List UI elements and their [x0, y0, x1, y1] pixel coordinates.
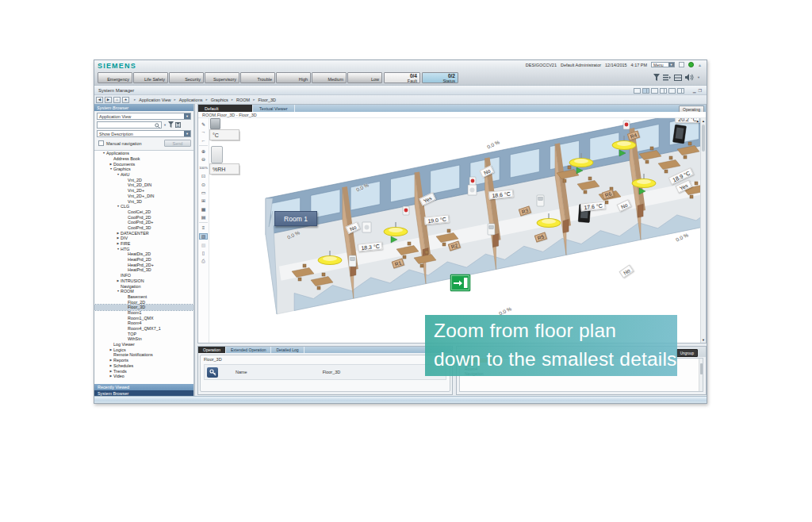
tree-item-intrusion[interactable]: ▶INTRUSION	[94, 278, 193, 284]
tree-item-heatprd-3d[interactable]: HeatPrd_3D	[94, 267, 193, 273]
scrollbar-thumb[interactable]	[702, 125, 705, 152]
back-icon[interactable]: ←	[199, 137, 208, 144]
tree-item-vnt-2d-din[interactable]: Vnt_2D_DIN	[94, 182, 193, 188]
tab-operation[interactable]: Operation	[198, 347, 226, 353]
chevron-down-small-icon[interactable]: ▼	[697, 75, 700, 79]
property-row[interactable]: Name Floor_3D	[204, 364, 446, 380]
nav-back-button[interactable]: ◀	[96, 97, 103, 103]
tree-item-documents[interactable]: ▶Documents	[94, 161, 193, 167]
tree-item-htg[interactable]: ▼HTG	[94, 246, 193, 251]
breadcrumb-item[interactable]: Floor_3D	[258, 98, 276, 102]
temp-unit-legend[interactable]: °C	[209, 129, 239, 140]
zoom-in-icon[interactable]: ⊕	[199, 148, 208, 155]
tree-item-basement[interactable]: Basement	[94, 294, 193, 300]
tree-item-info[interactable]: INFO	[94, 273, 193, 278]
alarm-category-button-high[interactable]: High	[276, 72, 311, 83]
alarm-category-button-life-safety[interactable]: Life Safety	[133, 72, 168, 83]
alarm-category-button-medium[interactable]: Medium	[312, 72, 347, 83]
tree-item-heatprd-2d[interactable]: HeatPrd_2D	[94, 257, 193, 263]
layout-option-icon[interactable]	[642, 88, 649, 94]
breadcrumb-item[interactable]: Applications	[179, 98, 203, 102]
tree-item-room4-qmx7-1[interactable]: Room4_QMX7_1	[94, 326, 193, 332]
search-dropdown-icon[interactable]: ▼	[163, 123, 167, 127]
tree-item-clg[interactable]: ▼CLG	[94, 204, 193, 209]
tree-item-ahu[interactable]: ▼AHU	[94, 172, 193, 178]
tree-item-room1-qmx[interactable]: Room1_QMX	[94, 315, 193, 320]
tree-item-reports[interactable]: ▶Reports	[94, 358, 193, 363]
fault-summary-chip[interactable]: 0/4Fault	[384, 72, 420, 83]
layers-icon[interactable]: ▤	[199, 214, 208, 221]
menu-dropdown[interactable]: Menu▼	[651, 62, 675, 67]
window-icon[interactable]	[679, 62, 684, 67]
breadcrumb-item[interactable]: Application View	[139, 98, 170, 102]
tree-item-log-viewer[interactable]: Log Viewer	[94, 342, 193, 347]
alarm-category-button-trouble[interactable]: Trouble	[240, 72, 275, 83]
temperature-sensor-device[interactable]	[210, 118, 220, 129]
event-list-icon[interactable]	[663, 74, 671, 81]
alarm-category-button-low[interactable]: Low	[347, 72, 382, 83]
alarm-category-button-supervisory[interactable]: Supervisory	[205, 72, 239, 83]
tree-item-graphics[interactable]: ▼Graphics	[94, 167, 193, 172]
send-button[interactable]: Send	[164, 140, 191, 147]
tree-item-schedules[interactable]: ▶Schedules	[94, 363, 193, 369]
manual-navigation-checkbox[interactable]	[98, 140, 104, 146]
tree-item-navigation[interactable]: Navigation	[94, 283, 193, 289]
room1-banner[interactable]: Room 1	[274, 211, 317, 226]
filter-icon[interactable]	[168, 121, 174, 129]
zoom-area-icon[interactable]: ⊞	[199, 198, 208, 204]
tree-item-logics[interactable]: ▶Logics	[94, 347, 193, 352]
layout-option-icon[interactable]	[677, 88, 684, 94]
disabled-tool-icon[interactable]: ▧	[199, 241, 208, 248]
align-icon[interactable]: ≡	[199, 225, 208, 231]
favorite-button[interactable]: ★	[122, 97, 129, 103]
view-selector-dropdown[interactable]: Application View▼	[97, 113, 191, 120]
tree-item-top[interactable]: TOP	[94, 331, 193, 336]
tree-item-floor-3d[interactable]: Floor_3D	[94, 305, 193, 310]
tree-item-remote-notifications[interactable]: Remote Notifications	[94, 352, 193, 358]
tree-item-div[interactable]: ▶DIV	[94, 236, 193, 241]
filter-icon[interactable]	[653, 74, 660, 81]
status-summary-chip[interactable]: 0/2Status	[422, 72, 458, 83]
scroll-up-icon[interactable]: ▲	[696, 119, 699, 123]
tree-item-vnt-2d-din[interactable]: Vnt_2D+_DIN	[94, 194, 193, 199]
tree-item-heatprd-2d-[interactable]: HeatPrd_2D+	[94, 262, 193, 267]
tree-item-floor-2d[interactable]: Floor_2D	[94, 299, 193, 305]
pan-icon[interactable]: ▦	[199, 205, 208, 212]
tree-item-heatdis-2d[interactable]: HeatDis_2D	[94, 251, 193, 257]
humidity-unit-legend[interactable]: %RH	[209, 163, 239, 175]
tree-item-room[interactable]: ▼ROOM	[94, 289, 193, 294]
magnifier-icon[interactable]: ⊙	[199, 181, 208, 187]
floorplan-canvas[interactable]: °C %RH Room 1 18.3 °C19.0 °C18.6 °C17.6 …	[198, 118, 701, 343]
vertical-scrollbar[interactable]	[699, 359, 703, 391]
selected-tool-icon[interactable]: ▨	[199, 233, 208, 240]
tree-item-vnt-3d[interactable]: Vnt_3D	[94, 198, 193, 204]
collapse-up-icon[interactable]: ▲	[698, 63, 702, 67]
tab-textual-viewer[interactable]: Textual Viewer	[253, 105, 295, 112]
tree-item-datacenter[interactable]: ▶DATACENTER	[94, 230, 193, 236]
tree-item-vnt-2d[interactable]: Vnt_2D	[94, 177, 193, 182]
print-icon[interactable]: ⎙	[199, 258, 208, 264]
page-icon[interactable]: ▯	[199, 250, 208, 256]
property-value[interactable]: Floor_3D	[323, 370, 341, 374]
zoom-out-icon[interactable]: ⊖	[199, 156, 208, 163]
tree-item-trends[interactable]: ▶Trends	[94, 368, 193, 374]
speaker-icon[interactable]	[685, 74, 694, 81]
forward-icon[interactable]: →	[199, 129, 208, 135]
layout-option-icon[interactable]	[634, 88, 641, 94]
nav-up-button[interactable]: ⌂	[113, 97, 121, 103]
search-input[interactable]	[97, 121, 162, 129]
tree-item-applications[interactable]: ▼Applications	[94, 151, 193, 156]
breadcrumb-item[interactable]: Graphics	[211, 98, 228, 102]
tree-item-room1[interactable]: Room1	[94, 310, 193, 316]
nav-forward-button[interactable]: ▶	[105, 97, 112, 103]
tree-item-room4[interactable]: Room4	[94, 320, 193, 326]
tree-item-coolprd-2d-[interactable]: CoolPrd_2D+	[94, 220, 193, 225]
recently-viewed-panel-bar[interactable]: Recently Viewed	[94, 384, 193, 390]
tree-item-coolprd-2d[interactable]: CoolPrd_2D	[94, 214, 193, 220]
tree-item-video[interactable]: ▶Video	[94, 374, 193, 379]
layout-option-icon[interactable]	[660, 88, 667, 94]
save-icon[interactable]	[175, 122, 181, 129]
zoom-selection-icon[interactable]: ⊡	[199, 173, 208, 179]
tree-item-wthstn[interactable]: WthStn	[94, 336, 193, 342]
ungroup-button[interactable]: Ungroup	[676, 349, 698, 357]
